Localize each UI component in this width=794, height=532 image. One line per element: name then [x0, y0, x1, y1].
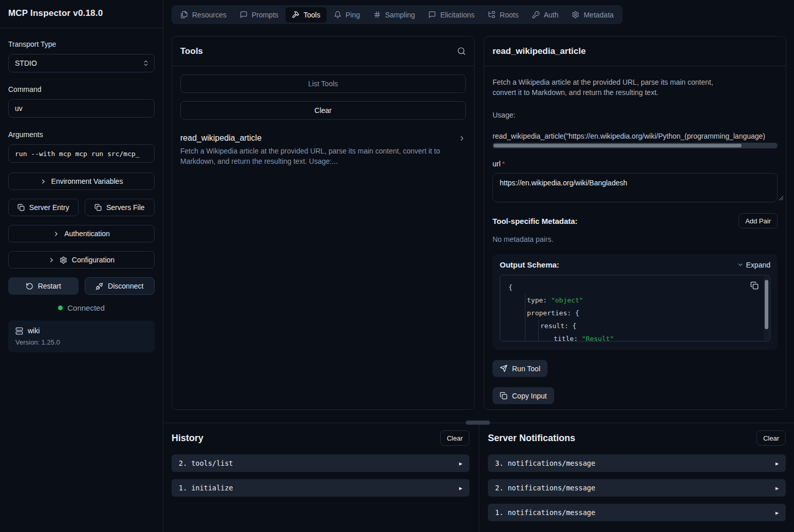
vertical-split-divider — [479, 423, 479, 532]
clear-tools-button[interactable]: Clear — [180, 101, 466, 120]
servers-file-button[interactable]: Servers File — [85, 199, 155, 216]
play-icon: ▶ — [776, 461, 779, 466]
tab-resources[interactable]: Resources — [174, 7, 233, 23]
play-icon: ▶ — [776, 485, 779, 491]
server-icon — [15, 327, 23, 335]
schema-code-block: { type: "object" properties: { result: {… — [500, 275, 770, 341]
tool-description: Fetch a Wikipedia article at the provide… — [180, 146, 466, 166]
notification-item[interactable]: 1. notifications/message ▶ — [488, 504, 786, 521]
expand-schema-button[interactable]: Expand — [737, 261, 770, 269]
metadata-label: Tool-specific Metadata: — [493, 217, 578, 225]
app-title: MCP Inspector v0.18.0 — [0, 0, 163, 28]
usage-horizontal-scrollbar[interactable] — [493, 143, 778, 148]
gear-icon — [60, 256, 67, 264]
server-version: Version: 1.25.0 — [15, 338, 147, 346]
scrollbar-thumb[interactable] — [765, 280, 768, 329]
message-square-icon — [240, 11, 248, 18]
play-icon: ▶ — [459, 461, 462, 466]
tab-tools[interactable]: Tools — [286, 7, 327, 23]
copy-icon — [17, 204, 25, 211]
indent-guide — [525, 294, 525, 341]
sidebar: MCP Inspector v0.18.0 Transport Type STD… — [0, 0, 163, 532]
play-icon: ▶ — [776, 510, 779, 516]
transport-type-select[interactable]: STDIO — [8, 54, 155, 72]
environment-variables-button[interactable]: Environment Variables — [8, 173, 155, 190]
history-title: History — [172, 433, 203, 444]
list-tools-button[interactable]: List Tools — [180, 74, 466, 93]
message-square-icon — [428, 11, 436, 18]
copy-schema-icon[interactable] — [750, 281, 759, 290]
detail-description: Fetch a Wikipedia article at the provide… — [493, 77, 778, 98]
connection-status: Connected — [8, 303, 155, 312]
history-panel: History Clear 2. tools/list ▶ 1. initial… — [172, 430, 469, 504]
command-input[interactable] — [8, 99, 155, 118]
key-icon — [532, 11, 540, 18]
metadata-empty-text: No metadata pairs. — [493, 235, 778, 243]
required-asterisk: * — [502, 160, 505, 168]
history-item[interactable]: 1. initialize ▶ — [172, 479, 469, 497]
notification-item[interactable]: 2. notifications/message ▶ — [488, 479, 786, 497]
detail-title: read_wikipedia_article — [493, 46, 585, 56]
resize-grip-icon — [779, 196, 784, 201]
server-notifications-panel: Server Notifications Clear 3. notificati… — [488, 430, 786, 528]
folder-tree-icon — [488, 11, 496, 18]
usage-label: Usage: — [493, 111, 778, 119]
tab-metadata[interactable]: Metadata — [565, 7, 619, 23]
restart-button[interactable]: Restart — [8, 277, 79, 295]
history-item[interactable]: 2. tools/list ▶ — [172, 454, 469, 472]
transport-type-label: Transport Type — [8, 40, 155, 48]
notifications-title: Server Notifications — [488, 433, 575, 444]
url-input[interactable]: https://en.wikipedia.org/wiki/Bangladesh — [493, 173, 778, 202]
schema-code: { type: "object" properties: { result: {… — [500, 275, 770, 341]
tab-roots[interactable]: Roots — [482, 7, 525, 23]
arguments-label: Arguments — [8, 130, 155, 139]
split-drag-handle[interactable] — [466, 421, 490, 425]
server-entry-button[interactable]: Server Entry — [8, 199, 79, 216]
hash-icon — [373, 11, 381, 18]
url-field-label: url* — [493, 160, 778, 168]
run-tool-button[interactable]: Run Tool — [493, 360, 547, 377]
gear-icon — [572, 11, 579, 18]
hammer-icon — [292, 11, 299, 18]
indent-guide — [538, 319, 539, 341]
copy-icon — [94, 204, 102, 211]
configuration-button[interactable]: Configuration — [8, 251, 155, 269]
play-icon: ▶ — [459, 485, 462, 491]
chevron-right-icon — [40, 178, 47, 185]
chevron-right-icon — [53, 231, 60, 237]
authentication-button[interactable]: Authentication — [8, 225, 155, 242]
copy-input-button[interactable]: Copy Input — [493, 387, 554, 404]
unplug-icon — [96, 282, 103, 290]
server-name: wiki — [28, 327, 40, 335]
clear-notifications-button[interactable]: Clear — [757, 430, 786, 446]
tab-elicitations[interactable]: Elicitations — [422, 7, 481, 23]
bell-icon — [334, 11, 342, 18]
server-info-card: wiki Version: 1.25.0 — [8, 320, 155, 352]
search-icon[interactable] — [457, 47, 466, 55]
tool-name: read_wikipedia_article — [180, 134, 261, 143]
scrollbar-thumb[interactable] — [494, 144, 742, 147]
add-pair-button[interactable]: Add Pair — [739, 213, 778, 229]
command-label: Command — [8, 85, 155, 93]
files-icon — [180, 11, 188, 18]
tool-list-item[interactable]: read_wikipedia_article Fetch a Wikipedia… — [180, 128, 466, 166]
tools-panel: Tools List Tools Clear read_wikipedia_ar… — [172, 36, 475, 410]
chevron-right-icon — [48, 257, 55, 263]
tab-prompts[interactable]: Prompts — [234, 7, 285, 23]
arguments-input[interactable] — [8, 144, 155, 163]
tab-ping[interactable]: Ping — [328, 7, 366, 23]
usage-code: read_wikipedia_article("https://en.wikip… — [493, 132, 778, 140]
schema-vertical-scrollbar[interactable] — [764, 276, 769, 340]
tools-panel-title: Tools — [180, 46, 203, 56]
chevron-down-icon — [737, 261, 744, 268]
clear-history-button[interactable]: Clear — [440, 430, 469, 446]
tab-sampling[interactable]: Sampling — [367, 7, 421, 23]
output-schema-card: Output Schema: Expand { type: "object" p… — [493, 254, 778, 350]
send-icon — [500, 365, 507, 372]
output-schema-label: Output Schema: — [500, 260, 559, 269]
disconnect-button[interactable]: Disconnect — [85, 277, 155, 295]
rotate-ccw-icon — [26, 282, 33, 290]
notification-item[interactable]: 3. notifications/message ▶ — [488, 454, 786, 472]
tab-auth[interactable]: Auth — [526, 7, 565, 23]
copy-icon — [500, 392, 507, 400]
